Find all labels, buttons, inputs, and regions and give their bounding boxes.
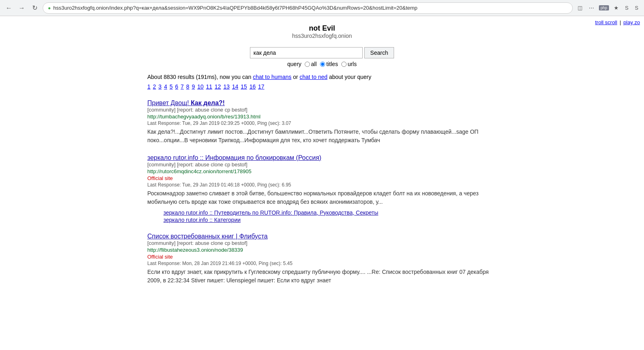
result-url-0[interactable]: http://tumbachegvyaadyq.onion/b/res/1391…	[147, 114, 497, 120]
address-bar[interactable]: ● hss3uro2hsxfogfq.onion/index.php?q=как…	[43, 2, 573, 14]
result-item-2: Список востребованных книг | Флибуста[co…	[147, 233, 497, 285]
reload-button[interactable]: ↻	[30, 3, 39, 13]
option-urls-label[interactable]: urls	[341, 61, 357, 67]
result-item-1: зеркало rutor.info :: Информация по блок…	[147, 154, 497, 223]
site-header: not Evil hss3uro2hsxfogfq.onion	[147, 24, 497, 39]
lock-icon: ●	[48, 5, 51, 11]
back-button[interactable]: ←	[4, 3, 14, 13]
page-link-4[interactable]: 4	[164, 83, 167, 90]
official-site-badge-2: Official site	[147, 254, 497, 260]
url-text: hss3uro2hsxfogfq.onion/index.php?q=как+д…	[53, 5, 568, 11]
page-link-11[interactable]: 11	[206, 83, 213, 90]
result-url-2[interactable]: http://flibustahezeous3.onion/node/38339	[147, 247, 497, 253]
page-link-13[interactable]: 13	[223, 83, 230, 90]
page-link-6[interactable]: 6	[175, 83, 178, 90]
chat-humans-link[interactable]: chat to humans	[253, 74, 291, 80]
or-text: or	[291, 74, 299, 80]
result-item-0: Привет Двощ! Как дела?![community] [repo…	[147, 99, 497, 145]
page-link-7[interactable]: 7	[181, 83, 184, 90]
profile-button-s2[interactable]: S	[633, 4, 640, 12]
option-all-radio[interactable]	[305, 62, 310, 67]
sub-result-link-1-0[interactable]: зеркало rutor.info :: Путеводитель по RU…	[163, 209, 497, 216]
result-title-1[interactable]: зеркало rutor.info :: Информация по блок…	[147, 154, 321, 161]
page-link-10[interactable]: 10	[197, 83, 204, 90]
sub-result-link-1-1[interactable]: зеркало rutor.info :: Категории	[163, 217, 497, 223]
result-title-2[interactable]: Список востребованных книг | Флибуста	[147, 233, 268, 240]
option-titles-radio[interactable]	[320, 62, 325, 67]
bookmark-button[interactable]: ★	[612, 4, 620, 12]
chat-ned-link[interactable]: chat to ned	[299, 74, 327, 80]
search-input[interactable]	[250, 47, 363, 58]
result-meta-2: [community] [report: abuse clone cp best…	[147, 240, 497, 246]
result-meta-1: [community] [report: abuse clone cp best…	[147, 162, 497, 168]
result-snippet-0: Как дела?!...Достигнут лимит постов...До…	[147, 128, 497, 145]
page-link-1[interactable]: 1	[147, 83, 151, 90]
page-link-3[interactable]: 3	[159, 83, 162, 90]
search-button[interactable]: Search	[364, 47, 394, 58]
page-link-12[interactable]: 12	[215, 83, 221, 90]
page-link-14[interactable]: 14	[232, 83, 238, 90]
query-label: query	[287, 61, 301, 67]
result-ping-0: Last Response: Tue, 29 Jan 2019 02:39:25…	[147, 120, 497, 126]
pagination: 1234567891011121314151617	[147, 83, 497, 90]
result-snippet-1: Роскомнадзор заметно сливает в этой битв…	[147, 189, 497, 206]
separator: |	[619, 19, 621, 25]
site-title: not Evil	[147, 24, 497, 33]
page-link-17[interactable]: 17	[258, 83, 264, 90]
page-link-2[interactable]: 2	[153, 83, 156, 90]
page-link-5[interactable]: 5	[169, 83, 173, 90]
extensions-button[interactable]: ◫	[576, 4, 584, 12]
result-url-1[interactable]: http://rutorc6mqdinc4cz.onion/torrent/17…	[147, 168, 497, 174]
site-domain: hss3uro2hsxfogfq.onion	[147, 33, 497, 39]
search-options: query all titles urls	[147, 61, 497, 67]
sub-results-1: зеркало rutor.info :: Путеводитель по RU…	[163, 209, 497, 223]
php-badge: php	[599, 5, 609, 10]
search-area: Search query all titles urls	[147, 47, 497, 67]
result-meta-0: [community] [report: abuse clone cp best…	[147, 107, 497, 113]
option-urls-radio[interactable]	[341, 62, 347, 67]
search-form: Search	[250, 47, 394, 58]
results-count-text: About 8830 results (191ms), now you can	[147, 74, 253, 80]
forward-button[interactable]: →	[17, 3, 27, 13]
results-container: Привет Двощ! Как дела?![community] [repo…	[147, 99, 497, 285]
official-site-badge-1: Official site	[147, 175, 497, 181]
top-right-links: troll scroll | play zo	[595, 19, 640, 25]
page-link-16[interactable]: 16	[250, 83, 256, 90]
more-button[interactable]: ⋯	[587, 4, 596, 12]
page-link-9[interactable]: 9	[192, 83, 195, 90]
play-zo-link[interactable]: play zo	[623, 19, 640, 25]
result-ping-2: Last Response: Mon, 28 Jan 2019 21:46:19…	[147, 261, 497, 266]
profile-button-s[interactable]: S	[623, 4, 630, 12]
result-snippet-2: Если кто вдруг знает, как прикрутить к Г…	[147, 268, 497, 285]
result-ping-1: Last Response: Tue, 29 Jan 2019 01:46:18…	[147, 182, 497, 188]
option-titles-label[interactable]: titles	[320, 61, 338, 67]
option-all-label[interactable]: all	[305, 61, 317, 67]
browser-chrome: ← → ↻ ● hss3uro2hsxfogfq.onion/index.php…	[0, 0, 644, 16]
results-info: About 8830 results (191ms), now you can …	[147, 74, 497, 80]
page-link-8[interactable]: 8	[186, 83, 190, 90]
result-title-0[interactable]: Привет Двощ! Как дела?!	[147, 99, 225, 106]
page-content: not Evil hss3uro2hsxfogfq.onion Search q…	[141, 16, 503, 302]
troll-scroll-link[interactable]: troll scroll	[595, 19, 617, 25]
query-suffix: about your query	[328, 74, 372, 80]
page-link-15[interactable]: 15	[241, 83, 247, 90]
